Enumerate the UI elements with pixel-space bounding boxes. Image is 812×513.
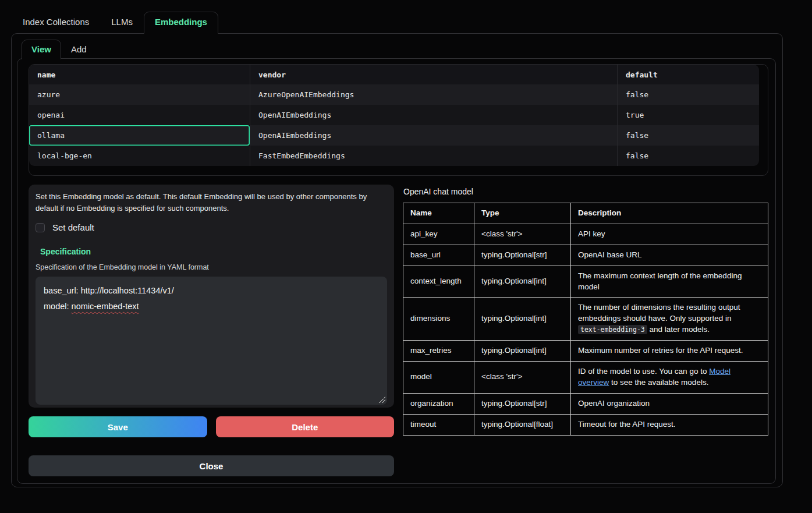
view-add-tabbar: View Add bbox=[17, 40, 776, 59]
cell-default[interactable]: false bbox=[617, 125, 759, 146]
embedding-row-openai[interactable]: openaiOpenAIEmbeddingstrue bbox=[29, 105, 759, 125]
resize-handle-icon[interactable] bbox=[379, 397, 385, 403]
yaml-line-1: base_url: http://localhost:11434/v1/ bbox=[44, 283, 379, 299]
param-type-cell: typing.Optional[str] bbox=[474, 393, 571, 414]
embeddings-tab-panel: View Add name vendor default bbox=[11, 33, 783, 487]
param-type-cell: typing.Optional[int] bbox=[474, 266, 571, 298]
description-text: Timeout for the API request. bbox=[578, 420, 676, 429]
cell-name[interactable]: local-bge-en bbox=[29, 146, 250, 166]
param-description-cell: The maximum context length of the embedd… bbox=[571, 266, 768, 298]
embeddings-table-container: name vendor default azureAzureOpenAIEmbe… bbox=[29, 64, 768, 176]
param-table-header-row: Name Type Description bbox=[403, 203, 768, 224]
description-text: Maximum number of retries for the API re… bbox=[578, 346, 743, 355]
description-text: The maximum context length of the embedd… bbox=[578, 271, 742, 291]
param-name-cell: dimensions bbox=[403, 298, 474, 341]
description-text: The number of dimensions the resulting o… bbox=[578, 303, 740, 323]
set-default-row: Set default bbox=[36, 222, 387, 232]
tab-add[interactable]: Add bbox=[61, 40, 97, 59]
yaml-line-2-prefix: model: bbox=[44, 302, 72, 311]
param-name-cell: organization bbox=[403, 393, 474, 414]
close-button[interactable]: Close bbox=[29, 455, 394, 476]
tab-embeddings[interactable]: Embeddings bbox=[144, 12, 218, 34]
param-row-api_key: api_key<class 'str'>API key bbox=[403, 224, 768, 245]
param-row-base_url: base_urltyping.Optional[str]OpenAI base … bbox=[403, 245, 768, 266]
tab-index-collections[interactable]: Index Collections bbox=[12, 12, 100, 33]
cell-default[interactable]: true bbox=[617, 105, 759, 125]
edit-column: Set this Embedding model as default. Thi… bbox=[29, 185, 394, 476]
view-tab-panel: name vendor default azureAzureOpenAIEmbe… bbox=[17, 58, 776, 484]
param-row-organization: organizationtyping.Optional[str]OpenAI o… bbox=[403, 393, 768, 414]
embedding-row-ollama[interactable]: ollamaOpenAIEmbeddingsfalse bbox=[29, 125, 759, 146]
tab-view[interactable]: View bbox=[22, 40, 61, 59]
column-header-vendor[interactable]: vendor bbox=[250, 65, 617, 84]
set-default-label: Set default bbox=[52, 222, 94, 232]
cell-vendor[interactable]: OpenAIEmbeddings bbox=[250, 105, 617, 125]
inline-code: text-embedding-3 bbox=[578, 325, 647, 334]
specification-heading: Specification bbox=[40, 247, 387, 256]
param-description-cell: Maximum number of retries for the API re… bbox=[571, 341, 768, 362]
tab-llms[interactable]: LLMs bbox=[100, 12, 144, 33]
param-row-max_retries: max_retriestyping.Optional[int]Maximum n… bbox=[403, 341, 768, 362]
description-text: API key bbox=[578, 229, 605, 238]
main-tabbar: Index Collections LLMs Embeddings bbox=[0, 0, 812, 33]
param-doc-column: OpenAI chat model Name Type Description … bbox=[403, 185, 768, 476]
description-text: and later models. bbox=[647, 325, 710, 334]
param-name-cell: timeout bbox=[403, 414, 474, 435]
cell-name[interactable]: ollama bbox=[29, 125, 250, 146]
embeddings-table: name vendor default azureAzureOpenAIEmbe… bbox=[29, 65, 759, 166]
yaml-line-1-text: base_url: http://localhost:11434/v1/ bbox=[44, 286, 174, 295]
column-header-default[interactable]: default bbox=[617, 65, 759, 84]
column-header-name[interactable]: name bbox=[29, 65, 250, 84]
param-type-cell: typing.Optional[float] bbox=[474, 414, 571, 435]
param-description-cell: The number of dimensions the resulting o… bbox=[571, 298, 768, 341]
param-table-title: OpenAI chat model bbox=[403, 187, 768, 196]
description-text: OpenAI base URL bbox=[578, 250, 642, 259]
param-description-cell: OpenAI base URL bbox=[571, 245, 768, 266]
default-settings-panel: Set this Embedding model as default. Thi… bbox=[29, 185, 394, 408]
embedding-row-local-bge-en[interactable]: local-bge-enFastEmbedEmbeddingsfalse bbox=[29, 146, 759, 166]
param-description-cell: API key bbox=[571, 224, 768, 245]
cell-vendor[interactable]: AzureOpenAIEmbeddings bbox=[250, 84, 617, 105]
set-default-description: Set this Embedding model as default. Thi… bbox=[36, 191, 387, 214]
delete-button[interactable]: Delete bbox=[216, 416, 395, 437]
specification-subtext: Specification of the Embedding model in … bbox=[36, 263, 387, 271]
param-type-cell: <class 'str'> bbox=[474, 362, 571, 394]
param-table: Name Type Description api_key<class 'str… bbox=[403, 203, 768, 436]
action-buttons-row: Save Delete bbox=[29, 416, 394, 437]
param-row-context_length: context_lengthtyping.Optional[int]The ma… bbox=[403, 266, 768, 298]
cell-vendor[interactable]: FastEmbedEmbeddings bbox=[250, 146, 617, 166]
param-row-dimensions: dimensionstyping.Optional[int]The number… bbox=[403, 298, 768, 341]
cell-name[interactable]: openai bbox=[29, 105, 250, 125]
save-button[interactable]: Save bbox=[29, 416, 207, 437]
embeddings-table-header-row: name vendor default bbox=[29, 65, 759, 84]
param-type-cell: typing.Optional[str] bbox=[474, 245, 571, 266]
cell-default[interactable]: false bbox=[617, 84, 759, 105]
yaml-line-2: model: nomic-embed-text bbox=[44, 299, 379, 314]
param-row-timeout: timeouttyping.Optional[float]Timeout for… bbox=[403, 414, 768, 435]
param-name-cell: base_url bbox=[403, 245, 474, 266]
misspelled-word: nomic-embed-text bbox=[72, 302, 139, 311]
param-name-cell: context_length bbox=[403, 266, 474, 298]
param-description-cell: OpenAI organization bbox=[571, 393, 768, 414]
param-name-cell: model bbox=[403, 362, 474, 394]
param-type-cell: typing.Optional[int] bbox=[474, 298, 571, 341]
description-text: ID of the model to use. You can go to bbox=[578, 367, 709, 376]
param-header-description: Description bbox=[571, 203, 768, 224]
param-name-cell: api_key bbox=[403, 224, 474, 245]
param-type-cell: <class 'str'> bbox=[474, 224, 571, 245]
param-description-cell: Timeout for the API request. bbox=[571, 414, 768, 435]
cell-name[interactable]: azure bbox=[29, 84, 250, 105]
param-header-type: Type bbox=[474, 203, 571, 224]
description-text: to see the available models. bbox=[609, 378, 708, 387]
param-header-name: Name bbox=[403, 203, 474, 224]
cell-vendor[interactable]: OpenAIEmbeddings bbox=[250, 125, 617, 146]
param-row-model: model<class 'str'>ID of the model to use… bbox=[403, 362, 768, 394]
embedding-row-azure[interactable]: azureAzureOpenAIEmbeddingsfalse bbox=[29, 84, 759, 105]
yaml-spec-textarea[interactable]: base_url: http://localhost:11434/v1/ mod… bbox=[36, 277, 387, 405]
param-description-cell: ID of the model to use. You can go to Mo… bbox=[571, 362, 768, 394]
embeddings-admin-page: Index Collections LLMs Embeddings View A… bbox=[0, 0, 812, 487]
set-default-checkbox[interactable] bbox=[36, 223, 45, 232]
cell-default[interactable]: false bbox=[617, 146, 759, 166]
description-text: OpenAI organization bbox=[578, 399, 650, 408]
param-name-cell: max_retries bbox=[403, 341, 474, 362]
